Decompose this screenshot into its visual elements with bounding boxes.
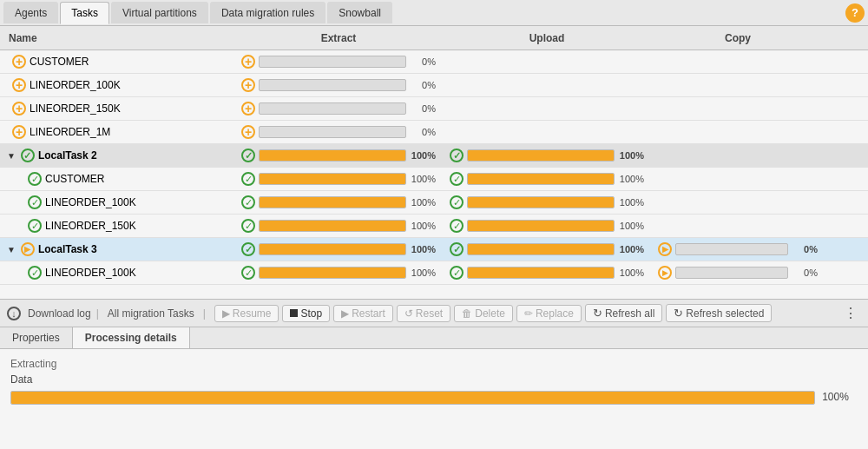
download-log-btn[interactable]: Download log [28,307,91,320]
refresh-all-button[interactable]: ↻Refresh all [585,304,662,322]
extract-cell: + 0% [234,78,443,92]
expand-icon[interactable]: ▼ [7,245,16,254]
extract-pct: 100% [410,197,436,208]
table-row[interactable]: ✓CUSTOMER ✓ 100% ✓ 100% [0,168,868,191]
resume-button[interactable]: ▶Resume [214,305,279,322]
tab-bar: Agents Tasks Virtual partitions Data mig… [0,0,868,26]
all-migration-tasks-label: All migration Tasks [108,307,194,320]
upload-check-icon: ✓ [450,266,464,280]
upload-cell: ✓ 100% [443,195,651,209]
plus-icon: + [12,78,26,92]
col-name: Name [0,32,234,44]
copy-cell: ▶ 0% [651,266,825,280]
row-name: LINEORDER_100K [30,79,121,91]
upload-pct: 100% [618,267,644,278]
row-name: LocalTask 3 [38,243,97,255]
reset-button[interactable]: ↺Reset [397,305,450,322]
expand-icon[interactable]: ▼ [7,151,16,161]
row-name: CUSTOMER [30,56,89,68]
extract-pct: 100% [410,221,436,231]
more-options-btn[interactable]: ⋮ [840,305,861,321]
extracting-title: Extracting [10,358,858,370]
tab-virtual-partitions[interactable]: Virtual partitions [111,2,208,23]
table-body: +CUSTOMER + 0% +LINEORDER_100K + 0% +LIN… [0,50,868,299]
tab-data-migration-rules[interactable]: Data migration rules [210,2,326,23]
restart-button[interactable]: ▶Restart [333,305,393,322]
data-progress-pct: 100% [822,391,849,403]
bottom-tabs: Properties Processing details [0,327,868,349]
tab-agents[interactable]: Agents [3,2,58,23]
check-icon: ✓ [21,149,35,162]
copy-pct: 0% [792,267,818,278]
bottom-tab-properties[interactable]: Properties [0,327,73,348]
upload-pct: 100% [618,197,644,208]
name-cell: +LINEORDER_1M [0,125,234,139]
name-cell: ▼✓LocalTask 2 [0,149,234,162]
help-icon[interactable]: ? [845,3,865,23]
upload-progress-bar [467,196,615,208]
table-row[interactable]: ✓LINEORDER_100K ✓ 100% ✓ 100% [0,191,868,215]
table-row[interactable]: +CUSTOMER + 0% [0,50,868,74]
table-row[interactable]: ▼▶LocalTask 3 ✓ 100% ✓ 100% ▶ 0% [0,238,868,261]
replace-button[interactable]: ✏Replace [516,305,582,322]
extract-cell: ✓ 100% [234,195,443,209]
stop-button[interactable]: Stop [282,305,330,322]
check-icon: ✓ [28,219,42,233]
upload-progress-bar [467,149,615,162]
name-cell: +LINEORDER_150K [0,102,234,116]
table-row[interactable]: ✓LINEORDER_100K ✓ 100% ✓ 100% ▶ 0% [0,261,868,285]
copy-play-icon: ▶ [658,242,672,256]
extract-plus-icon: + [241,78,255,92]
table-row[interactable]: +LINEORDER_100K + 0% [0,74,868,97]
extract-progress-bar [259,243,406,255]
extract-progress-bar [259,173,406,185]
extract-progress-bar [259,102,406,115]
extract-cell: ✓ 100% [234,242,443,256]
bottom-panel: Properties Processing details Extracting… [0,327,868,449]
table-area: Name Extract Upload Copy +CUSTOMER + 0% … [0,26,868,300]
upload-check-icon: ✓ [450,195,464,209]
extract-plus-icon: + [241,125,255,139]
upload-pct: 100% [618,221,644,231]
table-row[interactable]: +LINEORDER_1M + 0% [0,121,868,144]
extract-progress-bar [259,196,406,208]
table-row[interactable]: +LINEORDER_150K + 0% [0,97,868,121]
row-name: LINEORDER_150K [30,102,121,115]
extract-pct: 100% [410,174,436,184]
data-label: Data [10,373,858,386]
tab-snowball[interactable]: Snowball [327,2,392,23]
col-extract: Extract [234,32,443,44]
extract-check-icon: ✓ [241,266,255,280]
row-name: LINEORDER_100K [45,267,136,279]
copy-progress-bar [675,267,788,279]
extract-progress-bar [259,56,406,68]
upload-check-icon: ✓ [450,149,464,162]
refresh-selected-button[interactable]: ↻Refresh selected [666,304,772,322]
col-copy: Copy [651,32,825,44]
upload-progress-bar [467,243,615,255]
name-cell: ✓LINEORDER_100K [0,266,234,280]
name-cell: +CUSTOMER [0,55,234,69]
data-progress-fill [11,392,814,404]
tab-tasks[interactable]: Tasks [60,2,109,24]
upload-progress-bar [467,220,615,232]
extract-check-icon: ✓ [241,195,255,209]
table-header: Name Extract Upload Copy [0,26,868,50]
copy-pct: 0% [792,244,818,254]
play-icon: ▶ [21,242,35,256]
copy-progress-bar [675,243,788,255]
check-icon: ✓ [28,195,42,209]
delete-button[interactable]: 🗑Delete [454,305,513,322]
bottom-content: Extracting Data 100% [0,349,868,413]
bottom-tab-processing-details[interactable]: Processing details [73,327,190,348]
extract-progress-bar [259,149,406,162]
table-row[interactable]: ▼✓LocalTask 2 ✓ 100% ✓ 100% [0,144,868,168]
name-cell: ✓LINEORDER_150K [0,219,234,233]
row-name: LINEORDER_100K [45,196,136,208]
upload-progress-bar [467,173,615,185]
extract-check-icon: ✓ [241,219,255,233]
table-row[interactable]: ✓LINEORDER_150K ✓ 100% ✓ 100% [0,215,868,238]
download-log-icon: ↓ [7,307,21,320]
row-name: LINEORDER_1M [30,126,110,138]
plus-icon: + [12,125,26,139]
